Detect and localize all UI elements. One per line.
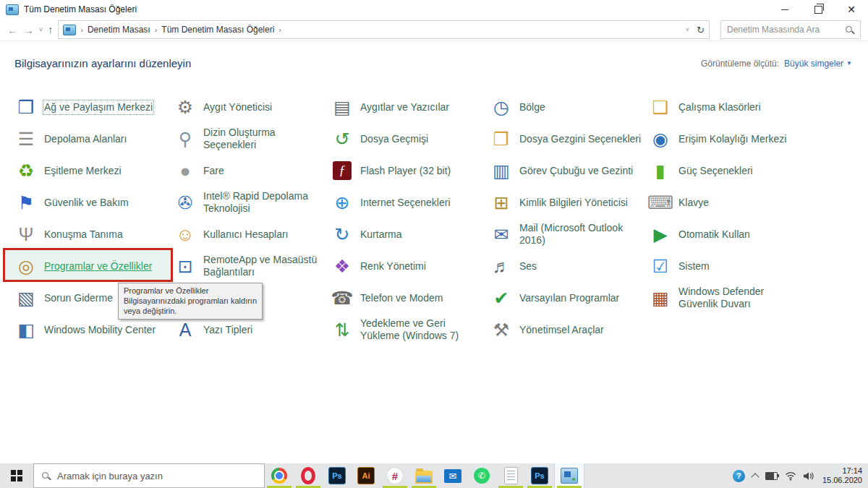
taskbar-app-mail-app[interactable]	[438, 463, 467, 488]
address-bar[interactable]: ›Denetim Masası›Tüm Denetim Masası Öğele…	[58, 20, 710, 39]
cp-item-intel-rst[interactable]: ✇Intel® Rapid Depolama Teknolojisi	[174, 187, 331, 218]
volume-icon[interactable]	[804, 471, 815, 481]
taskbar-app-illustrator[interactable]	[352, 463, 380, 488]
cp-item-power-options[interactable]: ▮Güç Seçenekleri	[649, 155, 866, 187]
cp-item-keyboard[interactable]: ⌨Klavye	[649, 187, 866, 218]
cp-item-label[interactable]: Windows Mobility Center	[44, 324, 156, 336]
cp-item-programs-features[interactable]: ◎Programlar ve Özellikler	[14, 250, 174, 282]
cp-item-mail[interactable]: ✉Mail (Microsoft Outlook 2016)	[490, 218, 649, 250]
forward-button[interactable]: →	[23, 25, 34, 35]
cp-item-label[interactable]: Ses	[519, 260, 537, 273]
cp-item-label[interactable]: Erişim Kolaylığı Merkezi	[678, 133, 786, 145]
cp-item-internet-options[interactable]: ⊕Internet Seçenekleri	[331, 187, 490, 218]
cp-item-device-manager[interactable]: ⚙Aygıt Yöneticisi	[174, 91, 331, 123]
taskbar-app-photoshop[interactable]	[323, 463, 352, 488]
cp-item-network-sharing-center[interactable]: ❒Ağ ve Paylaşım Merkezi	[14, 91, 174, 123]
back-button[interactable]: ←	[7, 25, 18, 35]
explorer-search-box[interactable]: Denetim Masasında Ara	[720, 20, 861, 39]
cp-item-label[interactable]: Otomatik Kullan	[678, 228, 750, 241]
cp-item-mouse[interactable]: ●Fare	[174, 155, 331, 187]
cp-item-label[interactable]: Yönetimsel Araçlar	[519, 324, 604, 336]
taskbar-app-photoshop-alt[interactable]	[525, 463, 554, 488]
cp-item-label[interactable]: Fare	[203, 165, 224, 177]
cp-item-label[interactable]: Dizin Oluşturma Seçenekleri	[203, 127, 276, 151]
cp-item-label[interactable]: Ağ ve Paylaşım Merkezi	[44, 101, 153, 114]
cp-item-label[interactable]: Güvenlik ve Bakım	[44, 197, 129, 209]
taskbar-app-slack[interactable]	[380, 463, 409, 488]
breadcrumb-segment[interactable]: Tüm Denetim Masası Öğeleri	[161, 25, 274, 35]
cp-item-devices-and-printers[interactable]: ▤Aygıtlar ve Yazıcılar	[331, 91, 490, 123]
help-icon[interactable]	[733, 470, 745, 482]
view-by-dropdown[interactable]: Büyük simgeler ▼	[784, 59, 852, 69]
recent-pages-dropdown[interactable]: ˅	[39, 26, 43, 33]
cp-item-credential-manager[interactable]: ⊞Kimlik Bilgileri Yöneticisi	[490, 187, 649, 218]
minimize-button[interactable]	[768, 0, 801, 19]
cp-item-taskbar-navigation[interactable]: ▥Görev Çubuğu ve Gezinti	[490, 155, 649, 187]
cp-item-sound[interactable]: ♬Ses	[490, 250, 649, 282]
cp-item-label[interactable]: Flash Player (32 bit)	[360, 165, 451, 177]
taskbar-clock[interactable]: 17:14 15.06.2020	[822, 466, 862, 485]
cp-item-label[interactable]: Kimlik Bilgileri Yöneticisi	[519, 197, 628, 209]
cp-item-phone-modem[interactable]: ☎Telefon ve Modem	[331, 282, 490, 314]
cp-item-indexing-options[interactable]: ⚲Dizin Oluşturma Seçenekleri	[174, 123, 331, 155]
cp-item-administrative-tools[interactable]: ⚒Yönetimsel Araçlar	[490, 314, 649, 346]
cp-item-label[interactable]: Telefon ve Modem	[360, 292, 443, 304]
taskbar-search-box[interactable]: Aramak için buraya yazın	[33, 463, 265, 488]
cp-item-speech-recognition[interactable]: ΨKonuşma Tanıma	[14, 218, 174, 250]
cp-item-label[interactable]: Aygıtlar ve Yazıcılar	[360, 101, 449, 114]
cp-item-label[interactable]: Sorun Giderme	[44, 292, 113, 304]
cp-item-label[interactable]: Windows Defender Güvenlik Duvarı	[678, 286, 764, 310]
cp-item-label[interactable]: RemoteApp ve Masaüstü Bağlantıları	[203, 254, 317, 278]
cp-item-flash-player[interactable]: ƒFlash Player (32 bit)	[331, 155, 490, 187]
cp-item-label[interactable]: Konuşma Tanıma	[44, 228, 123, 241]
cp-item-default-programs[interactable]: ✔Varsayılan Programlar	[490, 282, 649, 314]
cp-item-label[interactable]: Internet Seçenekleri	[360, 197, 451, 209]
cp-item-label[interactable]: Klavye	[678, 197, 709, 209]
wifi-icon[interactable]	[785, 471, 796, 481]
cp-item-label[interactable]: Bölge	[519, 101, 545, 114]
cp-item-file-explorer-options[interactable]: ❐Dosya Gezgini Seçenekleri	[490, 123, 649, 155]
battery-icon[interactable]	[765, 472, 778, 480]
taskbar-app-chrome[interactable]	[265, 463, 294, 488]
restore-button[interactable]	[801, 0, 835, 19]
cp-item-storage-spaces[interactable]: ☰Depolama Alanları	[14, 123, 174, 155]
cp-item-label[interactable]: Dosya Geçmişi	[360, 133, 428, 145]
taskbar-app-file-explorer[interactable]	[409, 463, 438, 488]
cp-item-label[interactable]: Depolama Alanları	[44, 133, 127, 145]
cp-item-autoplay[interactable]: ▶Otomatik Kullan	[649, 218, 866, 250]
start-button[interactable]	[0, 463, 33, 488]
cp-item-region[interactable]: ◷Bölge	[490, 91, 649, 123]
cp-item-label[interactable]: Intel® Rapid Depolama Teknolojisi	[203, 190, 308, 215]
cp-item-label[interactable]: Kullanıcı Hesapları	[203, 228, 289, 241]
address-dropdown-icon[interactable]: ˅	[686, 26, 689, 33]
cp-item-label[interactable]: Dosya Gezgini Seçenekleri	[519, 133, 641, 145]
cp-item-label[interactable]: Varsayılan Programlar	[519, 292, 619, 304]
cp-item-user-accounts[interactable]: ☺Kullanıcı Hesapları	[174, 218, 331, 250]
cp-item-remoteapp[interactable]: ⊡RemoteApp ve Masaüstü Bağlantıları	[174, 250, 331, 282]
cp-item-label[interactable]: Yazı Tipleri	[203, 324, 252, 336]
cp-item-backup-restore[interactable]: ⇅Yedekleme ve Geri Yükleme (Windows 7)	[331, 314, 490, 346]
cp-item-work-folders[interactable]: ❑Çalışma Klasörleri	[649, 91, 866, 123]
cp-item-label[interactable]: Renk Yönetimi	[360, 260, 426, 273]
taskbar-app-opera[interactable]	[294, 463, 323, 488]
cp-item-label[interactable]: Yedekleme ve Geri Yükleme (Windows 7)	[360, 317, 459, 342]
cp-item-system[interactable]: ☑Sistem	[649, 250, 866, 282]
cp-item-label[interactable]: Eşitleme Merkezi	[44, 165, 122, 177]
cp-item-security-maintenance[interactable]: ⚑Güvenlik ve Bakım	[14, 187, 174, 218]
taskbar-app-notepad[interactable]	[496, 463, 525, 488]
close-button[interactable]: ✕	[835, 0, 868, 19]
cp-item-color-management[interactable]: ❖Renk Yönetimi	[331, 250, 490, 282]
cp-item-recovery[interactable]: ↻Kurtarma	[331, 218, 490, 250]
taskbar-app-control-panel[interactable]	[554, 463, 584, 488]
cp-item-label[interactable]: Kurtarma	[360, 228, 402, 241]
chevron-up-icon[interactable]	[751, 473, 759, 481]
cp-item-label[interactable]: Programlar ve Özellikler	[44, 260, 152, 273]
cp-item-label[interactable]: Aygıt Yöneticisi	[203, 101, 272, 114]
cp-item-label[interactable]: Güç Seçenekleri	[678, 165, 753, 177]
cp-item-sync-center[interactable]: ♻Eşitleme Merkezi	[14, 155, 174, 187]
cp-item-label[interactable]: Görev Çubuğu ve Gezinti	[519, 165, 633, 177]
up-button[interactable]: ↑	[48, 24, 53, 35]
cp-item-file-history[interactable]: ↺Dosya Geçmişi	[331, 123, 490, 155]
cp-item-windows-defender-firewall[interactable]: ▦Windows Defender Güvenlik Duvarı	[649, 282, 866, 314]
cp-item-label[interactable]: Çalışma Klasörleri	[678, 101, 761, 114]
